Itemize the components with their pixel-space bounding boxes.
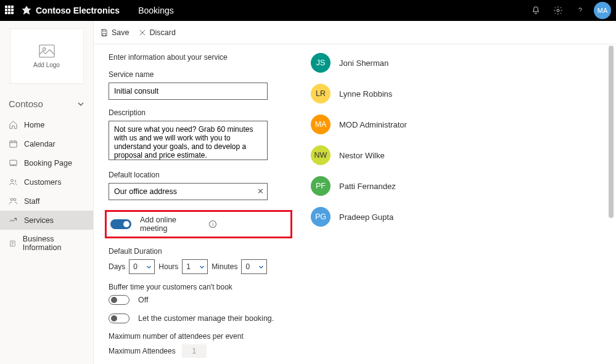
service-name-input[interactable] [109, 83, 268, 100]
app-launcher-icon[interactable] [5, 6, 15, 15]
staff-column: JSJoni ShermanLRLynne RobbinsMAMOD Admin… [311, 53, 601, 349]
staff-item[interactable]: PFPatti Fernandez [311, 176, 601, 196]
svg-point-0 [557, 9, 559, 12]
svg-point-2 [43, 47, 45, 50]
staff-item[interactable]: LRLynne Robbins [311, 84, 601, 103]
brand-name: Contoso Electronics [36, 6, 120, 15]
days-select[interactable]: 0 [129, 259, 155, 274]
brand-icon [21, 5, 32, 16]
nav-home[interactable]: Home [0, 115, 93, 134]
nav-booking-page[interactable]: Booking Page [0, 153, 93, 172]
staff-avatar: NW [311, 145, 331, 165]
help-icon[interactable] [569, 0, 591, 21]
tenant-name: Contoso [9, 99, 43, 109]
tenant-picker[interactable]: Contoso [0, 94, 93, 115]
command-bar: Save Discard [94, 21, 616, 44]
staff-avatar: JS [311, 53, 331, 73]
settings-icon[interactable] [547, 0, 569, 21]
main-panel: Save Discard Enter information about you… [94, 21, 616, 364]
staff-item[interactable]: PGPradeep Gupta [311, 207, 601, 227]
description-label: Description [109, 108, 292, 117]
staff-name: Nestor Wilke [339, 151, 385, 160]
user-avatar[interactable]: MA [594, 2, 611, 19]
staff-avatar: MA [311, 115, 331, 134]
scrollbar [607, 44, 615, 364]
clear-location-icon[interactable]: ✕ [257, 187, 264, 196]
customer-manage-label: Let the customer manage their booking. [138, 314, 274, 323]
add-logo-label: Add Logo [33, 62, 60, 68]
svg-point-5 [11, 179, 14, 182]
customer-manage-toggle[interactable] [109, 313, 129, 323]
info-icon[interactable]: i [209, 220, 216, 228]
scrollbar-thumb[interactable] [609, 46, 614, 218]
max-attendees-heading: Maximum number of attendees per event [109, 332, 292, 341]
staff-name: Patti Fernandez [339, 182, 396, 191]
default-location-label: Default location [109, 171, 292, 179]
staff-item[interactable]: MAMOD Administrator [311, 115, 601, 134]
svg-rect-3 [10, 141, 17, 147]
max-attendees-input[interactable] [182, 344, 207, 358]
svg-rect-4 [10, 160, 17, 165]
svg-rect-1 [39, 45, 54, 57]
add-online-meeting-highlight: Add online meeting i [105, 210, 292, 238]
top-bar: Contoso Electronics Bookings MA [0, 0, 616, 21]
staff-item[interactable]: JSJoni Sherman [311, 53, 601, 73]
nav-calendar[interactable]: Calendar [0, 134, 93, 153]
description-textarea[interactable] [109, 121, 268, 160]
buffer-off-label: Off [138, 296, 148, 304]
staff-name: Pradeep Gupta [339, 212, 393, 222]
form-instructions: Enter information about your service [109, 53, 292, 62]
max-attendees-label: Maximum Attendees [109, 347, 176, 355]
default-location-input[interactable] [109, 183, 268, 200]
staff-name: MOD Administrator [339, 120, 407, 129]
nav-business-info[interactable]: Business Information [0, 230, 93, 257]
staff-item[interactable]: NWNestor Wilke [311, 145, 601, 165]
default-duration-label: Default Duration [109, 247, 292, 256]
nav-staff[interactable]: Staff [0, 192, 93, 211]
service-name-label: Service name [109, 70, 292, 79]
hours-select[interactable]: 1 [182, 259, 208, 274]
buffer-label: Buffer time your customers can't book [109, 283, 292, 291]
staff-avatar: LR [311, 84, 331, 103]
svg-point-6 [10, 198, 13, 201]
discard-button[interactable]: Discard [138, 28, 176, 37]
nav: Home Calendar Booking Page Customers Sta… [0, 115, 93, 257]
nav-services[interactable]: Services [0, 211, 93, 230]
buffer-toggle[interactable] [109, 295, 129, 305]
staff-avatar: PG [311, 207, 331, 227]
staff-avatar: PF [311, 176, 331, 196]
save-button[interactable]: Save [100, 28, 129, 37]
minutes-select[interactable]: 0 [241, 259, 267, 274]
sidebar: Add Logo Contoso Home Calendar Booking P… [0, 21, 94, 364]
app-name: Bookings [138, 6, 174, 15]
add-logo-box[interactable]: Add Logo [10, 28, 84, 84]
svg-point-7 [14, 198, 16, 201]
add-online-meeting-toggle[interactable] [110, 219, 131, 229]
add-online-meeting-label: Add online meeting [140, 216, 205, 233]
hours-label: Hours [158, 262, 178, 271]
staff-name: Joni Sherman [339, 59, 388, 68]
days-label: Days [109, 262, 125, 271]
nav-customers[interactable]: Customers [0, 172, 93, 192]
chevron-down-icon [77, 100, 84, 108]
notifications-icon[interactable] [525, 0, 547, 21]
minutes-label: Minutes [211, 262, 237, 271]
staff-name: Lynne Robbins [339, 89, 392, 99]
form-column: Enter information about your service Ser… [109, 53, 292, 349]
